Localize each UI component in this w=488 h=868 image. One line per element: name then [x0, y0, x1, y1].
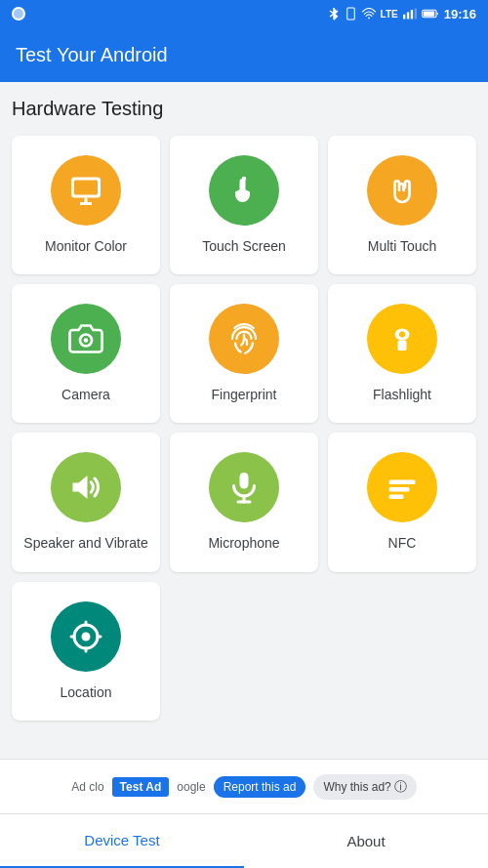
svg-rect-21	[389, 480, 416, 485]
microphone-label: Microphone	[208, 534, 279, 552]
nav-item-about[interactable]: About	[244, 814, 488, 868]
flashlight-icon-circle	[367, 304, 437, 374]
svg-point-13	[84, 338, 89, 343]
hardware-grid: Monitor Color Touch Screen Multi Touch	[12, 136, 476, 721]
microphone-icon	[226, 470, 262, 505]
svg-rect-23	[389, 495, 404, 500]
multitouch-icon	[385, 173, 420, 208]
about-label: About	[346, 833, 385, 849]
svg-point-2	[368, 18, 370, 20]
location-label: Location	[61, 683, 112, 701]
nfc-label: NFC	[388, 534, 417, 552]
touch-icon	[226, 173, 262, 208]
lte-indicator: LTE	[381, 9, 398, 20]
grid-item-touch-screen[interactable]: Touch Screen	[170, 136, 318, 274]
location-icon	[68, 619, 103, 654]
touch-screen-label: Touch Screen	[202, 237, 286, 255]
microphone-icon-circle	[209, 452, 279, 522]
monitor-icon	[68, 173, 103, 208]
camera-icon-circle	[51, 304, 121, 374]
grid-item-multi-touch[interactable]: Multi Touch	[328, 136, 476, 274]
svg-point-25	[82, 632, 91, 641]
grid-item-monitor-color[interactable]: Monitor Color	[12, 136, 160, 274]
camera-icon	[68, 321, 103, 356]
grid-item-microphone[interactable]: Microphone	[170, 433, 318, 571]
svg-marker-17	[73, 475, 88, 499]
svg-rect-8	[424, 11, 434, 16]
speaker-vibrate-label: Speaker and Vibrate	[23, 534, 147, 552]
bluetooth-icon	[328, 7, 340, 21]
multi-touch-icon-circle	[367, 155, 437, 226]
status-bar-left	[12, 7, 25, 21]
flashlight-label: Flashlight	[373, 386, 431, 403]
svg-rect-10	[74, 181, 98, 195]
signal-dot-icon	[12, 7, 25, 21]
svg-rect-5	[411, 10, 413, 19]
touch-screen-icon-circle	[209, 155, 279, 226]
grid-item-fingerprint[interactable]: Fingerprint	[170, 284, 318, 423]
flashlight-icon	[385, 321, 420, 356]
svg-rect-22	[389, 487, 410, 492]
nfc-icon	[385, 470, 420, 505]
grid-item-nfc[interactable]: NFC	[328, 433, 476, 571]
ad-google-text: oogle	[177, 780, 205, 794]
fingerprint-icon	[226, 321, 262, 356]
wifi-icon	[362, 8, 376, 20]
ad-close-text: Ad clo	[71, 780, 103, 794]
fingerprint-label: Fingerprint	[212, 386, 277, 403]
bottom-nav: Device Test About	[0, 813, 488, 868]
location-icon-circle	[51, 601, 121, 672]
clock: 19:16	[444, 7, 476, 21]
ad-bar: Ad clo Test Ad oogle Report this ad Why …	[0, 759, 488, 813]
speaker-icon-circle	[51, 452, 121, 522]
multi-touch-label: Multi Touch	[368, 237, 437, 255]
svg-rect-3	[403, 15, 405, 20]
grid-item-speaker-vibrate[interactable]: Speaker and Vibrate	[12, 433, 160, 571]
phone-icon	[345, 7, 357, 21]
svg-rect-6	[414, 9, 416, 20]
main-content: Hardware Testing Monitor Color Touch S	[0, 82, 488, 759]
battery-icon	[422, 8, 439, 20]
device-test-label: Device Test	[84, 832, 159, 848]
svg-rect-15	[398, 341, 407, 351]
status-bar: LTE 19:16	[0, 0, 488, 27]
test-ad-badge: Test Ad	[112, 777, 170, 797]
grid-item-flashlight[interactable]: Flashlight	[328, 284, 476, 423]
svg-point-11	[242, 177, 247, 182]
monitor-color-icon-circle	[51, 155, 121, 226]
monitor-color-label: Monitor Color	[45, 237, 127, 255]
app-bar: Test Your Android	[0, 27, 488, 82]
report-ad-button[interactable]: Report this ad	[214, 776, 306, 798]
grid-item-camera[interactable]: Camera	[12, 284, 160, 423]
fingerprint-icon-circle	[209, 304, 279, 374]
why-this-ad-button[interactable]: Why this ad? ⓘ	[313, 774, 416, 800]
app-bar-title: Test Your Android	[16, 44, 168, 66]
camera-label: Camera	[61, 386, 110, 403]
svg-rect-18	[240, 473, 249, 489]
grid-item-location[interactable]: Location	[12, 582, 160, 721]
info-icon: ⓘ	[394, 778, 407, 796]
svg-rect-0	[346, 8, 354, 20]
svg-rect-4	[407, 12, 409, 19]
nfc-icon-circle	[367, 452, 437, 522]
section-title: Hardware Testing	[12, 98, 476, 120]
signal-bars-icon	[403, 8, 417, 20]
status-bar-right: LTE 19:16	[328, 7, 476, 21]
nav-item-device-test[interactable]: Device Test	[0, 814, 244, 868]
speaker-icon	[68, 470, 103, 505]
